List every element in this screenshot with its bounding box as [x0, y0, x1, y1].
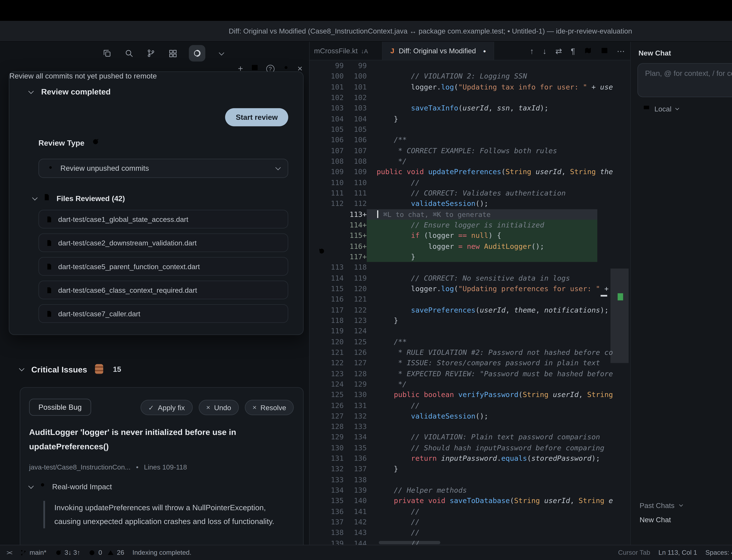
mode-selector[interactable]: Local	[643, 104, 679, 113]
swap-diff-sides-icon[interactable]: ⇄	[555, 47, 562, 56]
list-item[interactable]: dart-test/case1_global_state_access.dart	[39, 210, 288, 229]
whitespace-toggle-icon[interactable]: ¶	[571, 47, 575, 56]
chevron-down-icon[interactable]	[28, 483, 34, 489]
tab-diff-active[interactable]: J Diff: Original vs Modified ●	[383, 42, 494, 60]
code-line[interactable]: 138143 //	[310, 527, 630, 538]
code-line[interactable]: 134139 // Helper methods	[310, 485, 630, 496]
code-line[interactable]: 121126 * RULE VIOLATION #2: Password not…	[310, 347, 630, 357]
code-line[interactable]: 100100 // VIOLATION 2: Logging SSN	[310, 71, 630, 82]
previous-change-icon[interactable]: ↑	[530, 47, 534, 56]
critical-issues-header[interactable]: Critical Issues	[31, 364, 87, 374]
code-text	[367, 474, 377, 485]
extensions-icon[interactable]	[167, 47, 179, 59]
code-line[interactable]: 128133	[310, 421, 630, 432]
files-reviewed-header[interactable]: Files Reviewed (42)	[57, 194, 125, 202]
code-line[interactable]: 9999	[310, 60, 630, 71]
vertical-scrollbar[interactable]	[610, 269, 629, 363]
indentation-item[interactable]: Spaces: 4	[705, 549, 732, 556]
issue-lines-ref[interactable]: Lines 109-118	[144, 463, 187, 471]
code-line[interactable]: 129134 // VIOLATION: Plain text password…	[310, 432, 630, 442]
review-extension-icon[interactable]	[189, 45, 205, 62]
code-line[interactable]: 130135 // Should hash inputPassword befo…	[310, 443, 630, 453]
code-line[interactable]: 137142 //	[310, 517, 630, 527]
code-line[interactable]: 105105	[310, 124, 630, 135]
code-line[interactable]: 110110 //	[310, 177, 630, 188]
code-line[interactable]: 102102	[310, 92, 630, 103]
code-line[interactable]: 127132 validateSession();	[310, 411, 630, 421]
git-branch-item[interactable]: main*	[20, 549, 46, 556]
code-line[interactable]: 124129 */	[310, 379, 630, 389]
code-line[interactable]: 131136 return inputPassword.equals(store…	[310, 453, 630, 464]
horizontal-scrollbar[interactable]	[379, 541, 440, 544]
chevron-down-icon[interactable]	[28, 88, 34, 94]
code-line[interactable]: 126131 //	[310, 400, 630, 411]
impact-header[interactable]: Real-world Impact	[52, 482, 112, 491]
code-line[interactable]: 139144 //	[310, 538, 630, 545]
code-line[interactable]: 122127 * ISSUE: Stores/compares password…	[310, 358, 630, 368]
apply-fix-button[interactable]: ✓ Apply fix	[141, 400, 193, 415]
code-line[interactable]: 118123 }	[310, 315, 630, 326]
code-lines[interactable]: 9999100100 // VIOLATION 2: Logging SSN10…	[310, 60, 630, 545]
code-line[interactable]: 125130 public boolean verifyPassword(Str…	[310, 389, 630, 400]
code-line[interactable]: 116+ logger = new AuditLogger();	[310, 241, 630, 251]
code-line[interactable]: 108108 */	[310, 156, 630, 167]
code-line[interactable]: 116121	[310, 294, 630, 304]
start-review-button[interactable]: Start review	[225, 108, 288, 126]
map-icon[interactable]	[584, 46, 592, 56]
code-line[interactable]: 119124	[310, 326, 630, 336]
code-line[interactable]: 136141 //	[310, 506, 630, 517]
list-item[interactable]: dart-test/case7_caller.dart	[39, 304, 288, 323]
code-line[interactable]: 104104 }	[310, 113, 630, 124]
revert-block-icon[interactable]	[318, 247, 326, 257]
code-line[interactable]: 107107 * CORRECT EXAMPLE: Follows both r…	[310, 145, 630, 156]
code-line[interactable]: 113+⌘L to chat, ⌘K to generate	[310, 209, 630, 220]
chevron-down-icon[interactable]	[32, 195, 38, 200]
source-control-icon[interactable]	[145, 47, 157, 59]
code-line[interactable]: 113118	[310, 262, 630, 273]
tab-crossfile[interactable]: mCrossFile.kt ↓A	[310, 42, 383, 60]
issue-file-ref[interactable]: java-test/Case8_InstructionCon...	[29, 463, 131, 471]
code-line[interactable]: 114119 // CORRECT: No sensitive data in …	[310, 273, 630, 283]
cursor-position-item[interactable]: Ln 113, Col 1	[658, 549, 697, 556]
cursor-tab-item[interactable]: Cursor Tab	[618, 549, 650, 556]
code-line[interactable]: 106106 /**	[310, 135, 630, 145]
code-line[interactable]: 120125 /**	[310, 336, 630, 347]
undo-button[interactable]: × Undo	[199, 400, 239, 415]
review-type-dropdown[interactable]: Review unpushed commits	[39, 159, 288, 178]
code-line[interactable]: 123128 * EXPECTED REVIEW: "Password must…	[310, 368, 630, 379]
chevron-down-icon[interactable]	[19, 366, 24, 371]
list-item[interactable]: dart-test/case6_class_context_required.d…	[39, 281, 288, 299]
code-line[interactable]: 111111 // CORRECT: Validates authenticat…	[310, 188, 630, 198]
split-editor-icon[interactable]	[600, 46, 608, 56]
code-line[interactable]: 132137 }	[310, 464, 630, 474]
code-line[interactable]: 109109public void updatePreferences(Stri…	[310, 167, 630, 177]
remote-indicator-icon[interactable]: ><	[7, 549, 11, 556]
code-line[interactable]: 115120 logger.log("Updating preferences …	[310, 283, 630, 294]
code-line[interactable]: 112112 validateSession();	[310, 198, 630, 209]
chevron-down-icon[interactable]	[215, 47, 227, 59]
next-change-icon[interactable]: ↓	[542, 47, 546, 56]
code-line[interactable]: 103103 saveTaxInfo(userId, ssn, taxId);	[310, 103, 630, 113]
review-completed-header[interactable]: Review completed	[41, 87, 111, 96]
diff-editor[interactable]: 9999100100 // VIOLATION 2: Logging SSN10…	[310, 60, 630, 545]
more-actions-icon[interactable]: ⋯	[617, 47, 625, 56]
code-line[interactable]: 115+ if (logger == null) {	[310, 230, 630, 241]
refresh-icon[interactable]	[92, 138, 99, 148]
code-line[interactable]: 133138	[310, 474, 630, 485]
code-line[interactable]: 117+ }	[310, 251, 630, 262]
recent-chat-item[interactable]: New Chat 3m	[640, 515, 732, 524]
list-item[interactable]: dart-test/case5_parent_function_context.…	[39, 257, 288, 276]
copy-icon[interactable]	[101, 47, 113, 59]
code-line[interactable]: 101101 logger.log("Updating tax info for…	[310, 82, 630, 92]
problems-item[interactable]: 0 26	[89, 549, 124, 556]
chat-input[interactable]: Plan, @ for context, / for commands Log …	[637, 63, 732, 97]
code-line[interactable]: 114+ // Ensure logger is initialized	[310, 220, 630, 230]
code-line[interactable]: 117122 savePreferences(userId, theme, no…	[310, 305, 630, 315]
list-item[interactable]: dart-test/case2_downstream_validation.da…	[39, 233, 288, 252]
resolve-button[interactable]: × Resolve	[245, 400, 294, 415]
sync-changes-item[interactable]: 3↓ 3↑	[55, 549, 80, 556]
search-icon[interactable]	[123, 47, 135, 59]
past-chats-header[interactable]: Past Chats	[640, 501, 682, 509]
line-number-old	[310, 209, 344, 220]
code-line[interactable]: 135140 private void saveToDatabase(Strin…	[310, 496, 630, 506]
